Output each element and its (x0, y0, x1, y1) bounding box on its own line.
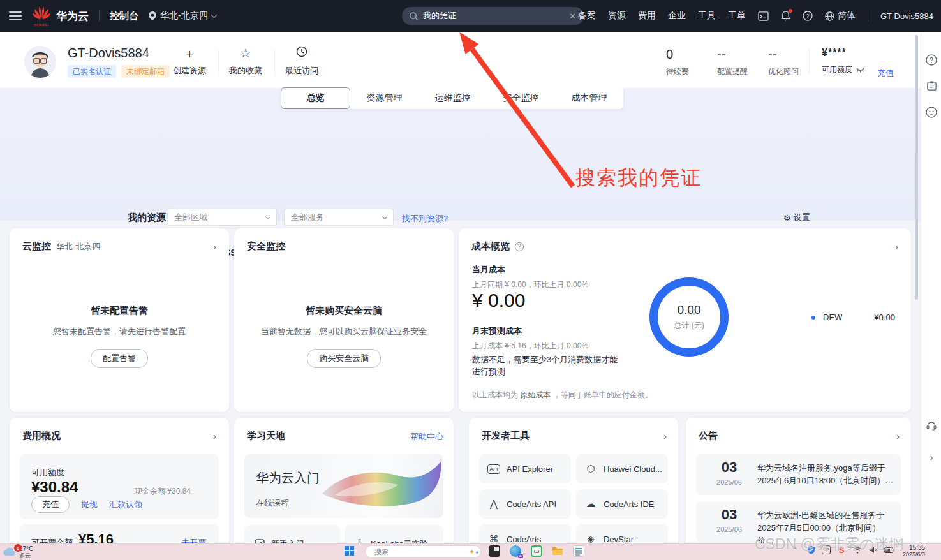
original-cost-term[interactable]: 原始成本 (520, 390, 551, 401)
hamburger-menu-icon[interactable] (9, 11, 22, 20)
mountain-a-icon: ⋀ (487, 498, 500, 510)
taskbar-app-folder[interactable] (552, 545, 563, 557)
region-selector[interactable]: 华北-北京四 (149, 10, 216, 22)
configure-alarm-button[interactable]: 配置告警 (91, 349, 148, 368)
tool-codearts-ide[interactable]: ☁ CodeArts IDE (576, 489, 668, 519)
recharge-button[interactable]: 充值 (31, 496, 70, 513)
tray-volume-muted-icon[interactable] (868, 545, 878, 555)
avatar[interactable] (24, 46, 56, 78)
chevron-right-icon[interactable]: › (663, 431, 667, 441)
language-selector[interactable]: 简体 (825, 10, 856, 22)
learning-card: 学习天地 帮助中心 华为云入门 在线课程 新手入门 (234, 418, 454, 560)
chevron-right-icon[interactable]: › (213, 431, 216, 441)
date: 2025/6/3 (903, 551, 925, 557)
tab-ops-monitor[interactable]: 运维监控 (419, 87, 487, 109)
remittance-claim-link[interactable]: 汇款认领 (109, 499, 142, 510)
plus-icon: ＋ (163, 46, 216, 63)
current-month-cost-label[interactable]: 当月成本 (472, 265, 505, 276)
buy-secmaster-button[interactable]: 购买安全云脑 (307, 349, 381, 368)
taskbar-search[interactable]: ✦✦ (365, 545, 481, 558)
stat-config-reminder[interactable]: -- 配置提醒 (717, 47, 768, 77)
resource-settings-button[interactable]: ⚙ 设置 (783, 212, 810, 223)
tool-codearts-api[interactable]: ⋀ CodeArts API (479, 489, 571, 519)
tray-expand-chevron[interactable]: ⌃ (790, 545, 800, 555)
huawei-cloud-console: HUAWEI 华为云 控制台 华北-北京四 ✕ 备案 资源 费用 企业 工具 工… (0, 0, 941, 560)
weather-desc: 多云 (19, 552, 33, 559)
weather-alert-badge: 6 (14, 544, 22, 552)
cloud-monitor-title: 云监控 (22, 240, 51, 253)
clear-search-icon[interactable]: ✕ (569, 11, 576, 21)
tray-ime-icon[interactable]: 中 (822, 545, 831, 554)
taskbar-app-dark[interactable] (489, 545, 500, 557)
donut-legend[interactable]: DEW ¥0.00 (811, 313, 895, 322)
notifications-bell-icon[interactable] (781, 11, 790, 21)
forecast-cost-label[interactable]: 月末预测成本 (472, 326, 522, 337)
taskbar-clock[interactable]: 15:35 2025/6/3 (903, 544, 925, 557)
survey-clipboard-icon[interactable] (926, 80, 937, 91)
taskbar-weather-widget[interactable]: 6 27°C 多云 (3, 544, 33, 559)
cli-terminal-icon[interactable] (758, 11, 769, 21)
announcement-item[interactable]: 03 2025/06 华为云欧洲-巴黎区域的在售服务于 2025年7月5日00:… (696, 501, 901, 542)
billing-title: 费用概况 (22, 430, 61, 442)
huawei-logo[interactable]: HUAWEI 华为云 (32, 5, 89, 27)
stat-optimization[interactable]: -- 优化顾问 (768, 47, 819, 77)
console-link[interactable]: 控制台 (110, 10, 138, 22)
hide-balance-icon[interactable] (856, 68, 864, 73)
taskbar-app-notepad[interactable] (573, 545, 584, 557)
tray-security-shield-icon[interactable] (806, 545, 816, 555)
tab-cost-mgmt[interactable]: 成本管理 (555, 87, 623, 109)
tray-battery-icon[interactable] (884, 545, 894, 555)
tab-security-monitor[interactable]: 安全监控 (487, 87, 555, 109)
huawei-flower-icon (32, 5, 51, 20)
chevron-right-icon[interactable]: › (895, 241, 898, 252)
support-headset-icon[interactable] (926, 420, 937, 431)
recent-visits-button[interactable]: 最近访问 (275, 46, 329, 77)
nav-link-tickets[interactable]: 工单 (728, 10, 746, 22)
service-filter-dropdown[interactable]: 全部服务 (284, 209, 394, 226)
getting-started-banner[interactable]: 华为云入门 在线课程 (244, 454, 443, 518)
help-circle-icon[interactable]: ? (926, 54, 937, 66)
feedback-smiley-icon[interactable] (926, 107, 937, 118)
clock-icon (275, 46, 329, 63)
devtools-title: 开发者工具 (482, 430, 530, 442)
create-resource-button[interactable]: ＋ 创建资源 (163, 46, 216, 77)
tray-wifi-icon[interactable] (852, 545, 863, 555)
announcement-item[interactable]: 03 2025/06 华为云域名注册服务.yoga等后缀于 2025年6月10日… (696, 454, 901, 495)
legend-dot (811, 316, 815, 320)
chevron-right-icon[interactable]: › (896, 431, 900, 441)
global-search[interactable]: ✕ (402, 7, 584, 25)
taskbar-app-edge[interactable]: AI (510, 545, 521, 557)
collapse-chevron-icon[interactable]: › (926, 452, 937, 463)
gear-icon: ⚙ (783, 213, 791, 223)
help-icon[interactable]: ? (803, 11, 813, 21)
stat-renewal[interactable]: 0 待续费 (666, 47, 717, 77)
taskbar-app-snip[interactable] (531, 545, 542, 557)
help-center-link[interactable]: 帮助中心 (410, 431, 443, 443)
nav-link-tools[interactable]: 工具 (698, 10, 716, 22)
nav-link-enterprise[interactable]: 企业 (668, 10, 686, 22)
search-input[interactable] (423, 11, 564, 21)
tool-huawei-cloud-cli[interactable]: ⬡ Huawei Cloud... (576, 454, 668, 483)
current-month-value: ¥ 0.00 (472, 290, 525, 311)
scrollbar[interactable] (915, 35, 918, 300)
tool-api-explorer[interactable]: API API Explorer (479, 454, 571, 483)
windows-start-button[interactable] (345, 546, 354, 556)
cloud-monitor-card: 云监控 华北-北京四 › 暂未配置告警 您暂未配置告警，请先进行告警配置 配置告… (10, 228, 229, 412)
withdraw-link[interactable]: 提现 (81, 499, 98, 510)
recharge-link[interactable]: 充值 (877, 68, 894, 79)
tray-sogou-icon[interactable]: S (836, 545, 847, 555)
tab-resource-mgmt[interactable]: 资源管理 (350, 87, 419, 109)
resource-not-found-link[interactable]: 找不到资源? (402, 213, 448, 225)
dolphin-image (316, 454, 443, 518)
chevron-right-icon[interactable]: › (213, 241, 216, 252)
taskbar-search-input[interactable] (374, 548, 465, 556)
verified-badge[interactable]: 已实名认证 (68, 65, 116, 78)
nav-link-billing[interactable]: 费用 (638, 10, 656, 22)
tab-overview[interactable]: 总览 (281, 87, 350, 109)
nav-link-beian[interactable]: 备案 (578, 10, 596, 22)
help-circle-icon[interactable]: ? (515, 242, 524, 251)
account-menu[interactable]: GT-Dovis5884 (880, 11, 933, 21)
favorites-button[interactable]: ☆ 我的收藏 (219, 46, 272, 77)
region-filter-dropdown[interactable]: 全部区域 (167, 209, 277, 226)
nav-link-resources[interactable]: 资源 (608, 10, 626, 22)
